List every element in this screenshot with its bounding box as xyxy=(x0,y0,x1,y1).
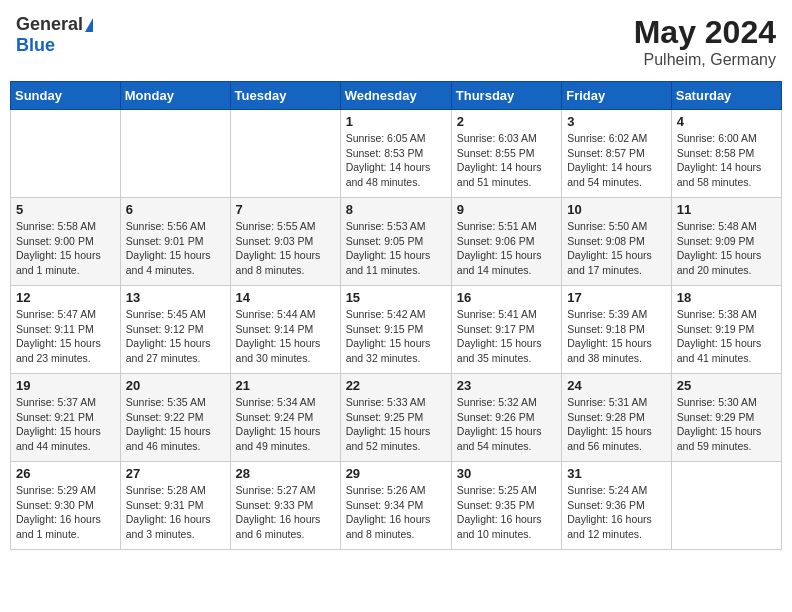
day-info: Sunrise: 5:25 AMSunset: 9:35 PMDaylight:… xyxy=(457,483,556,542)
day-number: 1 xyxy=(346,114,446,129)
calendar-cell: 26Sunrise: 5:29 AMSunset: 9:30 PMDayligh… xyxy=(11,462,121,550)
logo: General Blue xyxy=(16,14,93,56)
week-row-5: 26Sunrise: 5:29 AMSunset: 9:30 PMDayligh… xyxy=(11,462,782,550)
day-number: 2 xyxy=(457,114,556,129)
day-info: Sunrise: 5:41 AMSunset: 9:17 PMDaylight:… xyxy=(457,307,556,366)
logo-general: General xyxy=(16,14,83,35)
calendar-table: SundayMondayTuesdayWednesdayThursdayFrid… xyxy=(10,81,782,550)
day-info: Sunrise: 5:53 AMSunset: 9:05 PMDaylight:… xyxy=(346,219,446,278)
day-number: 31 xyxy=(567,466,666,481)
day-info: Sunrise: 5:50 AMSunset: 9:08 PMDaylight:… xyxy=(567,219,666,278)
day-number: 9 xyxy=(457,202,556,217)
day-info: Sunrise: 5:26 AMSunset: 9:34 PMDaylight:… xyxy=(346,483,446,542)
day-info: Sunrise: 6:03 AMSunset: 8:55 PMDaylight:… xyxy=(457,131,556,190)
day-info: Sunrise: 6:00 AMSunset: 8:58 PMDaylight:… xyxy=(677,131,776,190)
day-header-thursday: Thursday xyxy=(451,82,561,110)
day-number: 28 xyxy=(236,466,335,481)
calendar-cell: 16Sunrise: 5:41 AMSunset: 9:17 PMDayligh… xyxy=(451,286,561,374)
week-row-3: 12Sunrise: 5:47 AMSunset: 9:11 PMDayligh… xyxy=(11,286,782,374)
day-info: Sunrise: 5:55 AMSunset: 9:03 PMDaylight:… xyxy=(236,219,335,278)
calendar-cell xyxy=(11,110,121,198)
calendar-cell: 29Sunrise: 5:26 AMSunset: 9:34 PMDayligh… xyxy=(340,462,451,550)
calendar-cell: 11Sunrise: 5:48 AMSunset: 9:09 PMDayligh… xyxy=(671,198,781,286)
calendar-cell xyxy=(671,462,781,550)
page-header: General Blue May 2024 Pulheim, Germany xyxy=(10,10,782,73)
calendar-subtitle: Pulheim, Germany xyxy=(634,51,776,69)
day-number: 5 xyxy=(16,202,115,217)
title-block: May 2024 Pulheim, Germany xyxy=(634,14,776,69)
day-header-friday: Friday xyxy=(562,82,672,110)
day-info: Sunrise: 5:38 AMSunset: 9:19 PMDaylight:… xyxy=(677,307,776,366)
week-row-1: 1Sunrise: 6:05 AMSunset: 8:53 PMDaylight… xyxy=(11,110,782,198)
day-info: Sunrise: 5:58 AMSunset: 9:00 PMDaylight:… xyxy=(16,219,115,278)
day-number: 18 xyxy=(677,290,776,305)
logo-blue: Blue xyxy=(16,35,55,56)
calendar-cell: 12Sunrise: 5:47 AMSunset: 9:11 PMDayligh… xyxy=(11,286,121,374)
calendar-cell: 10Sunrise: 5:50 AMSunset: 9:08 PMDayligh… xyxy=(562,198,672,286)
calendar-cell: 24Sunrise: 5:31 AMSunset: 9:28 PMDayligh… xyxy=(562,374,672,462)
calendar-cell: 14Sunrise: 5:44 AMSunset: 9:14 PMDayligh… xyxy=(230,286,340,374)
day-number: 14 xyxy=(236,290,335,305)
calendar-cell: 20Sunrise: 5:35 AMSunset: 9:22 PMDayligh… xyxy=(120,374,230,462)
day-number: 21 xyxy=(236,378,335,393)
day-info: Sunrise: 5:39 AMSunset: 9:18 PMDaylight:… xyxy=(567,307,666,366)
calendar-cell xyxy=(230,110,340,198)
day-header-tuesday: Tuesday xyxy=(230,82,340,110)
day-number: 12 xyxy=(16,290,115,305)
calendar-cell: 13Sunrise: 5:45 AMSunset: 9:12 PMDayligh… xyxy=(120,286,230,374)
day-number: 20 xyxy=(126,378,225,393)
day-number: 16 xyxy=(457,290,556,305)
calendar-cell: 30Sunrise: 5:25 AMSunset: 9:35 PMDayligh… xyxy=(451,462,561,550)
day-number: 24 xyxy=(567,378,666,393)
day-info: Sunrise: 5:32 AMSunset: 9:26 PMDaylight:… xyxy=(457,395,556,454)
calendar-cell: 22Sunrise: 5:33 AMSunset: 9:25 PMDayligh… xyxy=(340,374,451,462)
logo-icon xyxy=(85,18,93,32)
day-number: 19 xyxy=(16,378,115,393)
calendar-cell: 19Sunrise: 5:37 AMSunset: 9:21 PMDayligh… xyxy=(11,374,121,462)
day-number: 8 xyxy=(346,202,446,217)
calendar-title: May 2024 xyxy=(634,14,776,51)
calendar-cell: 9Sunrise: 5:51 AMSunset: 9:06 PMDaylight… xyxy=(451,198,561,286)
day-info: Sunrise: 5:56 AMSunset: 9:01 PMDaylight:… xyxy=(126,219,225,278)
day-info: Sunrise: 6:05 AMSunset: 8:53 PMDaylight:… xyxy=(346,131,446,190)
day-info: Sunrise: 5:33 AMSunset: 9:25 PMDaylight:… xyxy=(346,395,446,454)
day-header-wednesday: Wednesday xyxy=(340,82,451,110)
calendar-cell xyxy=(120,110,230,198)
day-number: 26 xyxy=(16,466,115,481)
day-info: Sunrise: 5:31 AMSunset: 9:28 PMDaylight:… xyxy=(567,395,666,454)
day-header-monday: Monday xyxy=(120,82,230,110)
calendar-header-row: SundayMondayTuesdayWednesdayThursdayFrid… xyxy=(11,82,782,110)
calendar-cell: 17Sunrise: 5:39 AMSunset: 9:18 PMDayligh… xyxy=(562,286,672,374)
week-row-4: 19Sunrise: 5:37 AMSunset: 9:21 PMDayligh… xyxy=(11,374,782,462)
day-info: Sunrise: 5:27 AMSunset: 9:33 PMDaylight:… xyxy=(236,483,335,542)
calendar-cell: 7Sunrise: 5:55 AMSunset: 9:03 PMDaylight… xyxy=(230,198,340,286)
calendar-cell: 15Sunrise: 5:42 AMSunset: 9:15 PMDayligh… xyxy=(340,286,451,374)
calendar-cell: 6Sunrise: 5:56 AMSunset: 9:01 PMDaylight… xyxy=(120,198,230,286)
calendar-cell: 4Sunrise: 6:00 AMSunset: 8:58 PMDaylight… xyxy=(671,110,781,198)
day-info: Sunrise: 5:45 AMSunset: 9:12 PMDaylight:… xyxy=(126,307,225,366)
day-number: 3 xyxy=(567,114,666,129)
calendar-cell: 25Sunrise: 5:30 AMSunset: 9:29 PMDayligh… xyxy=(671,374,781,462)
day-header-saturday: Saturday xyxy=(671,82,781,110)
day-header-sunday: Sunday xyxy=(11,82,121,110)
calendar-cell: 18Sunrise: 5:38 AMSunset: 9:19 PMDayligh… xyxy=(671,286,781,374)
day-info: Sunrise: 5:29 AMSunset: 9:30 PMDaylight:… xyxy=(16,483,115,542)
day-info: Sunrise: 6:02 AMSunset: 8:57 PMDaylight:… xyxy=(567,131,666,190)
day-number: 23 xyxy=(457,378,556,393)
day-info: Sunrise: 5:34 AMSunset: 9:24 PMDaylight:… xyxy=(236,395,335,454)
calendar-cell: 1Sunrise: 6:05 AMSunset: 8:53 PMDaylight… xyxy=(340,110,451,198)
day-info: Sunrise: 5:24 AMSunset: 9:36 PMDaylight:… xyxy=(567,483,666,542)
calendar-cell: 23Sunrise: 5:32 AMSunset: 9:26 PMDayligh… xyxy=(451,374,561,462)
calendar-cell: 28Sunrise: 5:27 AMSunset: 9:33 PMDayligh… xyxy=(230,462,340,550)
day-info: Sunrise: 5:28 AMSunset: 9:31 PMDaylight:… xyxy=(126,483,225,542)
day-number: 4 xyxy=(677,114,776,129)
day-number: 6 xyxy=(126,202,225,217)
calendar-cell: 27Sunrise: 5:28 AMSunset: 9:31 PMDayligh… xyxy=(120,462,230,550)
day-number: 30 xyxy=(457,466,556,481)
day-info: Sunrise: 5:42 AMSunset: 9:15 PMDaylight:… xyxy=(346,307,446,366)
calendar-cell: 8Sunrise: 5:53 AMSunset: 9:05 PMDaylight… xyxy=(340,198,451,286)
day-info: Sunrise: 5:37 AMSunset: 9:21 PMDaylight:… xyxy=(16,395,115,454)
day-info: Sunrise: 5:30 AMSunset: 9:29 PMDaylight:… xyxy=(677,395,776,454)
calendar-cell: 2Sunrise: 6:03 AMSunset: 8:55 PMDaylight… xyxy=(451,110,561,198)
calendar-cell: 21Sunrise: 5:34 AMSunset: 9:24 PMDayligh… xyxy=(230,374,340,462)
